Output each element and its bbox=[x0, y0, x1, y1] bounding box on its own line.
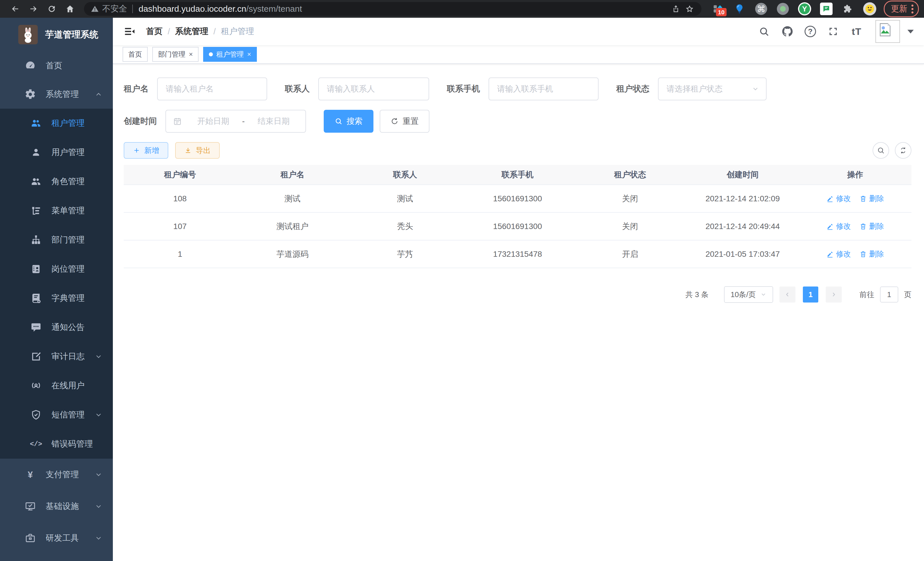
security-label[interactable]: 不安全 bbox=[102, 3, 127, 15]
filter-create-time: 创建时间 开始日期 - 结束日期 bbox=[124, 110, 306, 133]
sidebar-item-devtools[interactable]: 研发工具 bbox=[0, 522, 113, 554]
omnibox-divider bbox=[132, 5, 133, 13]
sidebar-item-error-code[interactable]: </> 错误码管理 bbox=[0, 429, 113, 459]
sidebar-item-audit-log[interactable]: 审计日志 bbox=[0, 342, 113, 371]
green-dot-icon[interactable] bbox=[773, 2, 792, 16]
tag-dept[interactable]: 部门管理× bbox=[152, 47, 199, 62]
tenant-name-input[interactable] bbox=[157, 77, 267, 100]
sidebar-item-system[interactable]: 系统管理 bbox=[0, 80, 113, 109]
table-row: 1 芋道源码 芋艿 17321315478 开启 2021-01-05 17:0… bbox=[124, 241, 911, 268]
navbar: 首页 / 系统管理 / 租户管理 ? tT bbox=[113, 18, 924, 45]
help-icon[interactable]: ? bbox=[805, 26, 816, 37]
chrome-update-button[interactable]: 更新 bbox=[884, 1, 919, 17]
edit-link[interactable]: 修改 bbox=[826, 221, 851, 231]
command-icon[interactable]: ⌘ bbox=[752, 2, 771, 16]
header-search-icon[interactable] bbox=[758, 25, 770, 38]
sidebar-item-tenant[interactable]: 租户管理 bbox=[0, 109, 113, 138]
sidebar: 芋道管理系统 首页 系统管理 租户管理 用户管理 bbox=[0, 18, 113, 561]
fullscreen-icon[interactable] bbox=[827, 25, 839, 38]
sidebar-item-dept[interactable]: 部门管理 bbox=[0, 225, 113, 254]
current-page[interactable]: 1 bbox=[803, 287, 818, 302]
yen-icon: ¥ bbox=[24, 468, 37, 481]
col-tenant-name: 租户名 bbox=[236, 169, 349, 180]
user-avatar[interactable] bbox=[875, 20, 914, 43]
sidebar-item-post[interactable]: 岗位管理 bbox=[0, 254, 113, 284]
page-size-select[interactable]: 10条/页 bbox=[724, 286, 773, 303]
sidebar-item-user[interactable]: 用户管理 bbox=[0, 138, 113, 167]
github-icon[interactable] bbox=[781, 25, 794, 38]
reload-icon[interactable] bbox=[44, 2, 60, 15]
sidebar-item-role[interactable]: 角色管理 bbox=[0, 167, 113, 196]
address-bar[interactable]: 不安全 dashboard.yudao.iocoder.cn/system/te… bbox=[84, 2, 701, 16]
puzzle-extensions-icon[interactable] bbox=[838, 2, 857, 16]
add-button[interactable]: 新增 bbox=[124, 142, 168, 159]
delete-link[interactable]: 删除 bbox=[860, 249, 884, 259]
prev-page-button[interactable] bbox=[779, 287, 795, 302]
profile-emoji-avatar[interactable] bbox=[860, 2, 879, 16]
status-text: 开启 bbox=[574, 249, 686, 260]
delete-link[interactable]: 删除 bbox=[860, 221, 884, 231]
tag-home[interactable]: 首页 bbox=[123, 47, 148, 62]
download-icon bbox=[184, 147, 192, 154]
next-page-button[interactable] bbox=[826, 287, 842, 302]
gear-icon bbox=[24, 88, 37, 101]
forward-icon[interactable] bbox=[25, 2, 42, 15]
home-icon[interactable] bbox=[62, 2, 78, 15]
pagination-total: 共 3 条 bbox=[686, 290, 709, 300]
tree-list-icon bbox=[30, 205, 42, 217]
sidebar-item-sms[interactable]: 短信管理 bbox=[0, 400, 113, 429]
search-icon bbox=[877, 146, 885, 154]
font-size-icon[interactable]: tT bbox=[850, 25, 863, 38]
date-range-picker[interactable]: 开始日期 - 结束日期 bbox=[165, 110, 306, 133]
sidebar-item-home[interactable]: 首页 bbox=[0, 51, 113, 80]
chevron-down-icon bbox=[94, 471, 103, 479]
breadcrumb-current: 租户管理 bbox=[221, 26, 254, 37]
status-select[interactable]: 请选择租户状态 bbox=[658, 77, 766, 100]
trash-icon bbox=[860, 250, 867, 258]
chat-extension-icon[interactable] bbox=[817, 2, 836, 16]
col-contact: 联系人 bbox=[349, 169, 461, 180]
chevron-down-icon bbox=[94, 502, 103, 510]
extension-badge: 10 bbox=[716, 8, 727, 16]
trash-icon bbox=[860, 223, 867, 230]
system-submenu: 租户管理 用户管理 角色管理 菜单管理 部门管理 bbox=[0, 109, 113, 459]
refresh-table-button[interactable] bbox=[895, 142, 911, 159]
filter-contact: 联系人 bbox=[285, 77, 429, 100]
goto-page-input[interactable] bbox=[880, 287, 898, 302]
dashboard-icon bbox=[24, 59, 37, 72]
edit-link[interactable]: 修改 bbox=[826, 194, 851, 204]
search-button[interactable]: 搜索 bbox=[324, 110, 374, 133]
browser-menu-icon[interactable] bbox=[911, 5, 914, 14]
sidebar-item-online-users[interactable]: 在线用户 bbox=[0, 371, 113, 400]
breadcrumb-home[interactable]: 首页 bbox=[146, 26, 163, 37]
export-button[interactable]: 导出 bbox=[175, 142, 220, 159]
contact-input[interactable] bbox=[318, 77, 429, 100]
sidebar-item-dict[interactable]: 字典管理 bbox=[0, 284, 113, 313]
close-icon[interactable]: × bbox=[189, 51, 193, 58]
sidebar-item-notice[interactable]: 通知公告 bbox=[0, 313, 113, 342]
users-icon bbox=[30, 175, 42, 188]
pagination: 共 3 条 10条/页 1 前往 页 bbox=[124, 286, 911, 303]
y-logo-icon[interactable]: Y bbox=[795, 2, 814, 16]
sidebar-item-menu[interactable]: 菜单管理 bbox=[0, 196, 113, 225]
hide-search-button[interactable] bbox=[873, 142, 889, 159]
share-icon[interactable] bbox=[669, 2, 682, 15]
reset-button[interactable]: 重置 bbox=[380, 110, 429, 133]
sidebar-fold-icon[interactable] bbox=[123, 25, 136, 38]
chevron-down-icon bbox=[94, 353, 103, 361]
badge-icon bbox=[30, 263, 42, 275]
back-icon[interactable] bbox=[7, 2, 23, 15]
bookmark-star-icon[interactable] bbox=[682, 2, 696, 15]
sidebar-item-payment[interactable]: ¥ 支付管理 bbox=[0, 459, 113, 490]
edit-link[interactable]: 修改 bbox=[826, 249, 851, 259]
extension-blocks-icon[interactable]: 10 bbox=[708, 2, 727, 16]
url-text: dashboard.yudao.iocoder.cn/system/tenant bbox=[139, 4, 669, 14]
phone-input[interactable] bbox=[489, 77, 598, 100]
balloon-pin-icon[interactable] bbox=[730, 2, 749, 16]
close-icon[interactable]: × bbox=[247, 51, 251, 58]
delete-link[interactable]: 删除 bbox=[860, 194, 884, 204]
tag-tenant[interactable]: 租户管理× bbox=[203, 47, 257, 62]
sidebar-logo[interactable]: 芋道管理系统 bbox=[0, 18, 113, 51]
code-icon: </> bbox=[30, 438, 42, 450]
sidebar-item-infra[interactable]: 基础设施 bbox=[0, 490, 113, 522]
